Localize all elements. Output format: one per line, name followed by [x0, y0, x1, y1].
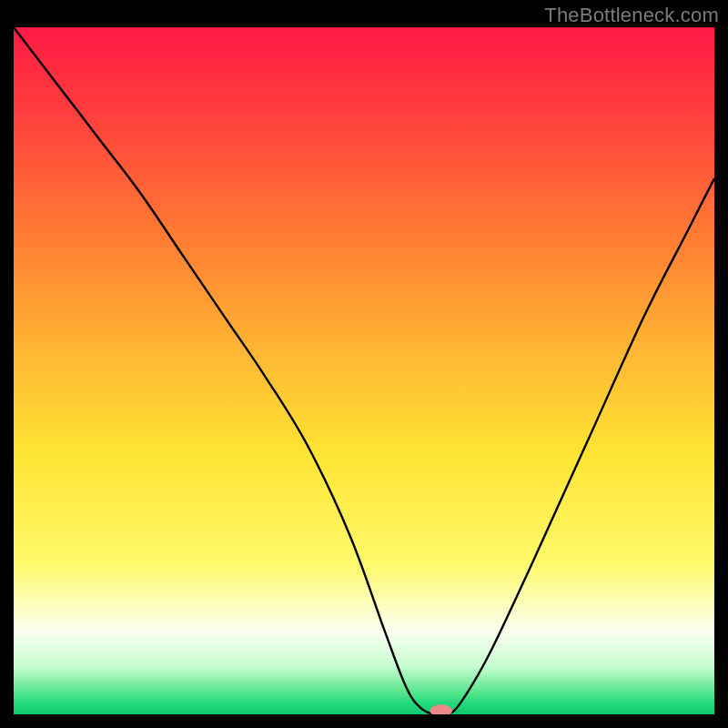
- plot-area: [14, 27, 714, 714]
- gradient-background: [14, 27, 714, 714]
- watermark-text: TheBottleneck.com: [544, 4, 719, 27]
- chart-svg: [14, 27, 714, 714]
- chart-container: TheBottleneck.com: [0, 0, 728, 728]
